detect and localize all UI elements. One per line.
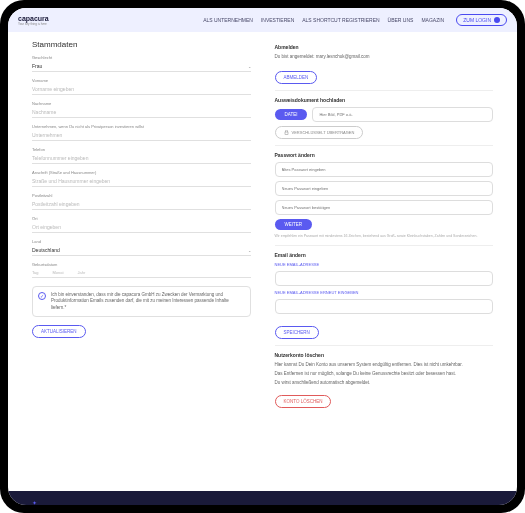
country-label: Land	[32, 239, 251, 244]
footer: ✦	[8, 491, 517, 505]
nav: ALS UNTERNEHMEN INVESTIEREN ALS SHORTCUT…	[203, 17, 444, 23]
confirm-password-input[interactable]	[275, 200, 494, 215]
gender-select[interactable]: Frau ⌄	[32, 61, 251, 72]
confirm-email-label: NEUE EMAIL-ADRESSE ERNEUT EINGEBEN	[275, 290, 494, 295]
lastname-input[interactable]: Nachname	[32, 107, 251, 118]
firstname-label: Vorname	[32, 78, 251, 83]
delete-account-button[interactable]: KONTO LÖSCHEN	[275, 395, 332, 408]
left-column: Stammdaten Geschlecht Frau ⌄ Vorname Vor…	[32, 40, 251, 491]
new-password-input[interactable]	[275, 181, 494, 196]
new-email-input[interactable]	[275, 271, 494, 286]
upload-title: Ausweisdokument hochladen	[275, 97, 494, 103]
password-hint: Wir empfehlen ein Passwort mit mindesten…	[275, 234, 494, 239]
delete-text-1: Hier kannst Du Dein Konto aus unserem Sy…	[275, 362, 494, 367]
confirm-email-input[interactable]	[275, 299, 494, 314]
user-icon	[494, 17, 500, 23]
old-password-input[interactable]	[275, 162, 494, 177]
brand-logo: capacura	[18, 15, 49, 22]
zip-label: Postleitzahl	[32, 193, 251, 198]
footer-icon: ✦	[32, 500, 37, 505]
brand-tagline: Your key thing is here	[18, 22, 49, 26]
dob-month[interactable]: Monat	[52, 270, 63, 275]
city-input[interactable]: Ort eingeben	[32, 222, 251, 233]
nav-companies[interactable]: ALS UNTERNEHMEN	[203, 17, 253, 23]
dob-year[interactable]: Jahr	[78, 270, 86, 275]
phone-label: Telefon	[32, 147, 251, 152]
login-button[interactable]: ZUM LOGIN	[456, 14, 507, 26]
logged-in-text: Du bist angemeldet: mary.lesnchuk@gmail.…	[275, 54, 494, 59]
password-submit-button[interactable]: WEITER	[275, 219, 313, 230]
company-label: Unternehmen, wenn Du nicht als Privatper…	[32, 124, 251, 129]
logout-button[interactable]: ABMELDEN	[275, 71, 318, 84]
lock-icon	[284, 130, 289, 135]
header: capacura Your key thing is here ALS UNTE…	[8, 8, 517, 32]
delete-text-3: Du wirst anschließend automatisch abgeme…	[275, 380, 494, 385]
company-input[interactable]: Unternehmen	[32, 130, 251, 141]
phone-input[interactable]: Telefonnummer eingeben	[32, 153, 251, 164]
delete-title: Nutzerkonto löschen	[275, 352, 494, 358]
dob-day[interactable]: Tag	[32, 270, 38, 275]
password-title: Passwort ändern	[275, 152, 494, 158]
encrypt-button[interactable]: VERSCHLÜSSELT ÜBERTRAGEN	[275, 126, 364, 139]
email-save-button[interactable]: SPEICHERN	[275, 326, 319, 339]
address-label: Anschrift (Straße und Hausnummer)	[32, 170, 251, 175]
consent-box[interactable]: ✓ Ich bin einverstanden, dass mir die ca…	[32, 286, 251, 317]
city-label: Ort	[32, 216, 251, 221]
nav-register[interactable]: ALS SHORTCUT REGISTRIEREN	[302, 17, 379, 23]
check-icon: ✓	[38, 292, 46, 300]
chevron-down-icon: ⌄	[248, 64, 251, 69]
gender-label: Geschlecht	[32, 55, 251, 60]
country-select[interactable]: Deutschland ⌄	[32, 245, 251, 256]
new-email-label: NEUE EMAIL-ADRESSE	[275, 262, 494, 267]
logout-title: Abmelden	[275, 44, 494, 50]
nav-invest[interactable]: INVESTIEREN	[261, 17, 294, 23]
address-input[interactable]: Straße und Hausnummer eingeben	[32, 176, 251, 187]
nav-magazine[interactable]: MAGAZIN	[421, 17, 444, 23]
right-column: Abmelden Du bist angemeldet: mary.lesnch…	[275, 40, 494, 491]
email-title: Email ändern	[275, 252, 494, 258]
firstname-input[interactable]: Vorname eingeben	[32, 84, 251, 95]
file-input[interactable]	[312, 107, 493, 122]
update-button[interactable]: AKTUALISIEREN	[32, 325, 86, 338]
page-title: Stammdaten	[32, 40, 251, 49]
lastname-label: Nachname	[32, 101, 251, 106]
nav-about[interactable]: ÜBER UNS	[388, 17, 414, 23]
dob-label: Geburtsdatum	[32, 262, 251, 267]
svg-rect-0	[285, 132, 288, 135]
zip-input[interactable]: Postleitzahl eingeben	[32, 199, 251, 210]
chevron-down-icon: ⌄	[248, 248, 251, 253]
delete-text-2: Das Entfernen ist nur möglich, solange D…	[275, 371, 494, 376]
file-button[interactable]: DATEI	[275, 109, 308, 120]
